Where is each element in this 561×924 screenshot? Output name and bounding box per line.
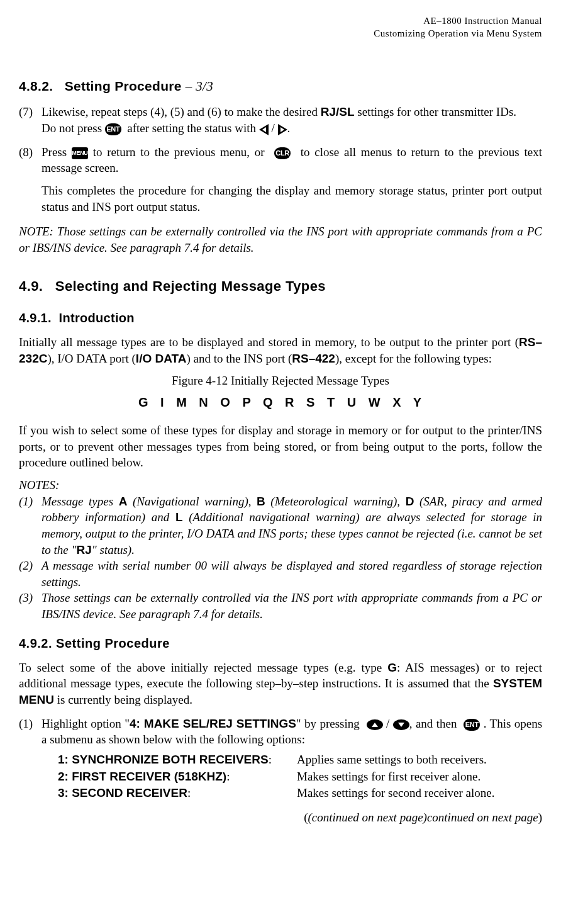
rejected-types-letters: G I M N O P Q R S T U W X Y (19, 394, 542, 411)
option-row-3: 3: SECOND RECEIVER: Makes settings for s… (58, 785, 542, 801)
continued-text: ((continued on next page)continued on ne… (19, 809, 542, 826)
iodata-label: I/O DATA (136, 352, 187, 365)
page-header: AE–1800 Instruction Manual Customizing O… (19, 15, 542, 40)
type-a: A (119, 495, 128, 508)
header-line-1: AE–1800 Instruction Manual (19, 15, 542, 28)
notes-label: NOTES: (19, 477, 542, 493)
heading-number: 4.9. (19, 278, 43, 294)
heading-4-9-2: 4.9.2. Setting Procedure (19, 635, 542, 652)
step-8-line-1: Press MENU to return to the previous men… (42, 144, 542, 176)
step-7-line-2: Do not press ENT after setting the statu… (42, 120, 542, 137)
option-3-label: 3: SECOND RECEIVER (58, 786, 187, 799)
heading-number: 4.8.2. (19, 79, 53, 93)
note-2: (2) A message with serial number 00 will… (19, 558, 542, 590)
option-1-label: 1: SYNCHRONIZE BOTH RECEIVERS (58, 753, 269, 766)
note-external-control: NOTE: Those settings can be externally c… (19, 223, 542, 256)
note-number: (1) (19, 493, 42, 558)
select-paragraph: If you wish to select some of these type… (19, 422, 542, 471)
down-arrow-icon (393, 719, 409, 730)
note-3: (3) Those settings can be externally con… (19, 590, 542, 622)
options-table: 1: SYNCHRONIZE BOTH RECEIVERS: Applies s… (58, 752, 542, 801)
type-b: B (257, 495, 265, 508)
notes-block: NOTES: (1) Message types A (Navigational… (19, 477, 542, 623)
step-7: (7) Likewise, repeat steps (4), (5) and … (19, 104, 542, 136)
rs422-label: RS–422 (292, 352, 335, 365)
step-number: (7) (19, 104, 42, 136)
type-l: L (175, 510, 183, 524)
heading-text: Setting Procedure (56, 636, 170, 650)
step-7-line-1: Likewise, repeat steps (4), (5) and (6) … (42, 104, 542, 120)
ent-key-icon: ENT (464, 719, 480, 731)
heading-dash: – (186, 79, 192, 94)
clr-key-icon: CLR (274, 147, 291, 159)
option-2-label: 2: FIRST RECEIVER (518KHZ) (58, 770, 226, 783)
option-row-1: 1: SYNCHRONIZE BOTH RECEIVERS: Applies s… (58, 752, 542, 768)
option-3-desc: Makes settings for second receiver alone… (297, 785, 542, 801)
step-number: (1) (19, 716, 42, 802)
type-g: G (387, 661, 397, 674)
step-8: (8) Press MENU to return to the previous… (19, 144, 542, 215)
right-arrow-icon (278, 124, 287, 135)
option-4-label: 4: MAKE SEL/REJ SETTINGS (130, 717, 296, 730)
rj-label: RJ (76, 543, 91, 556)
heading-number: 4.9.1. (19, 311, 52, 325)
heading-page-fraction: 3/3 (196, 79, 213, 94)
note-number: (2) (19, 558, 42, 590)
heading-text: Introduction (59, 311, 135, 325)
procedure-step-1: (1) Highlight option "4: MAKE SEL/REJ SE… (19, 716, 542, 802)
menu-key-icon: MENU (72, 147, 88, 159)
left-arrow-icon (259, 124, 269, 135)
heading-4-9-1: 4.9.1. Introduction (19, 310, 542, 327)
step-8-line-2: This completes the procedure for changin… (42, 183, 542, 215)
procedure-intro: To select some of the above initially re… (19, 660, 542, 708)
note-1: (1) Message types A (Navigational warnin… (19, 493, 542, 558)
note-number: (3) (19, 590, 42, 622)
intro-paragraph: Initially all message types are to be di… (19, 334, 542, 366)
up-arrow-icon (367, 719, 383, 730)
heading-number: 4.9.2. (19, 636, 52, 650)
header-line-2: Customizing Operation via Menu System (19, 28, 542, 40)
option-1-desc: Applies same settings to both receivers. (297, 752, 542, 768)
heading-text: Setting Procedure (65, 79, 182, 93)
heading-4-8-2: 4.8.2. Setting Procedure – 3/3 (19, 77, 542, 95)
ent-key-icon: ENT (105, 123, 121, 135)
step-number: (8) (19, 144, 42, 215)
heading-4-9: 4.9. Selecting and Rejecting Message Typ… (19, 277, 542, 296)
rjsl-label: RJ/SL (321, 105, 355, 118)
option-row-2: 2: FIRST RECEIVER (518KHZ): Makes settin… (58, 769, 542, 785)
option-2-desc: Makes settings for first receiver alone. (297, 769, 542, 785)
figure-4-12-caption: Figure 4-12 Initially Rejected Message T… (19, 373, 542, 389)
heading-text: Selecting and Rejecting Message Types (55, 278, 326, 294)
type-d: D (406, 495, 414, 508)
